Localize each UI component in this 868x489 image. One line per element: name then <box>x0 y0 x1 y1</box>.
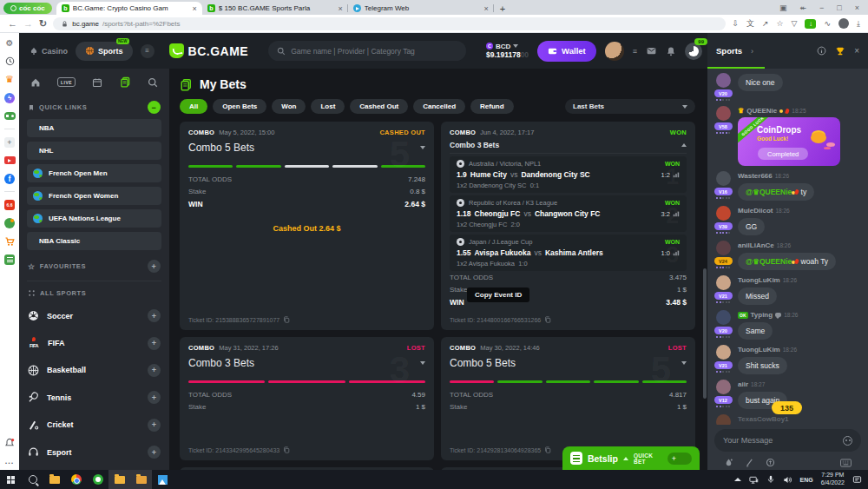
collapse-menu-button[interactable]: ≡ <box>141 44 155 58</box>
add-icon[interactable]: + <box>4 136 16 148</box>
history-arrow-icon[interactable]: ↞ <box>799 3 806 12</box>
shield-icon[interactable]: ▽ <box>792 19 798 28</box>
settings-icon[interactable]: ⚙ <box>4 37 16 49</box>
chat-username[interactable]: TuongLuKim <box>738 346 780 354</box>
chat-username[interactable]: Waster666 <box>738 172 773 180</box>
sidebar-item-nhl[interactable]: NHL <box>27 142 161 160</box>
unread-count-badge[interactable]: 135 <box>772 401 802 414</box>
taskbar-folder-a-button[interactable] <box>108 470 130 489</box>
facebook-icon[interactable]: f <box>4 173 16 184</box>
cart-icon[interactable] <box>4 235 16 247</box>
chat-username[interactable]: aiir <box>738 380 748 388</box>
close-tab-icon[interactable]: × <box>193 4 197 13</box>
filter-refund[interactable]: Refund <box>470 99 514 114</box>
avatar[interactable] <box>716 310 731 325</box>
close-tab-icon[interactable]: × <box>484 4 489 13</box>
sidebar-search-icon[interactable] <box>148 77 158 88</box>
taskbar-photos-button[interactable] <box>152 470 174 489</box>
bcgame-logo[interactable]: BC.GAME <box>169 43 249 58</box>
taskbar-search-button[interactable] <box>22 470 43 489</box>
chatroom-icon[interactable]: 99 <box>685 43 702 60</box>
chat-message-bubble[interactable]: @♛QUEENie ty <box>738 183 814 201</box>
coccoc-download-icon[interactable]: ↓ <box>805 19 816 29</box>
bet-card[interactable]: COMBOMay 5, 2022, 15:00CASHED OUT5Combo … <box>180 122 434 330</box>
new-tab-button[interactable]: + <box>500 3 505 14</box>
translate-icon[interactable]: 文 <box>746 18 754 30</box>
notification-center-icon[interactable] <box>852 475 862 485</box>
chat-username[interactable]: QUEENie <box>746 107 777 115</box>
sidebar-item-nba-classic[interactable]: NBA Classic <box>27 232 161 250</box>
copy-icon[interactable] <box>544 316 551 323</box>
expand-basketball-button[interactable]: + <box>148 364 161 377</box>
sidebar-item-fifa[interactable]: FIFA FIFA + <box>27 329 161 356</box>
home-icon[interactable] <box>30 77 41 88</box>
filter-cashed-out[interactable]: Cashed Out <box>350 99 408 114</box>
volume-icon[interactable] <box>783 475 792 485</box>
send-to-device-icon[interactable]: ⇩ <box>732 19 739 28</box>
chat-message-bubble[interactable]: Shit sucks <box>738 357 787 374</box>
close-window-button[interactable]: × <box>855 3 859 12</box>
tip-coin-icon[interactable] <box>766 458 775 467</box>
language-indicator[interactable]: ENG <box>800 477 813 483</box>
user-avatar[interactable] <box>605 42 624 61</box>
back-button[interactable]: ← <box>8 18 17 29</box>
network-icon[interactable] <box>749 475 759 485</box>
close-tab-icon[interactable]: × <box>339 4 343 13</box>
close-chat-icon[interactable]: × <box>854 46 859 56</box>
coccoc-brand-button[interactable]: cốc cốc <box>3 3 52 14</box>
bell-icon[interactable] <box>666 46 676 56</box>
collapse-bet-icon[interactable] <box>681 143 687 147</box>
sidebar-item-esport[interactable]: Esport + <box>27 439 161 466</box>
avatar[interactable] <box>716 206 731 221</box>
chat-message-input[interactable] <box>714 429 861 452</box>
copy-icon[interactable] <box>283 446 290 453</box>
copy-icon[interactable] <box>283 316 290 323</box>
sidebar-item-soccer[interactable]: Soccer + <box>27 302 161 329</box>
sidebar-item-cricket[interactable]: Cricket + <box>27 412 161 439</box>
taskbar-folder-b-button[interactable] <box>130 470 152 489</box>
mention[interactable]: @♛QUEENie <box>746 257 792 266</box>
share-icon[interactable]: ↗ <box>762 19 769 28</box>
browser-tab[interactable]: b $ 150 BC.GAME Sports Parla × <box>202 2 348 15</box>
trophy-icon[interactable] <box>835 46 845 56</box>
chat-message-bubble[interactable]: GG <box>738 218 765 235</box>
sidebar-item-basketball[interactable]: Basketball + <box>27 357 161 384</box>
cast-icon[interactable]: ▣ <box>779 3 787 12</box>
chat-username[interactable]: TuongLuKim <box>738 276 780 284</box>
chat-username[interactable]: MuleDiicot <box>738 207 773 215</box>
browser-tab[interactable]: b BC.Game: Crypto Casino Gam × <box>56 2 202 15</box>
taskbar-chrome-button[interactable] <box>65 470 87 489</box>
bookmark-star-icon[interactable]: ☆ <box>776 19 783 28</box>
sync-icon[interactable]: ∿ <box>824 19 831 28</box>
filter-all[interactable]: All <box>180 99 207 114</box>
sidebar-item-uefa-nations-league[interactable]: UEFA Nations League <box>27 209 161 228</box>
microphone-icon[interactable] <box>766 475 775 484</box>
game-search[interactable] <box>268 41 466 61</box>
search-input[interactable] <box>291 47 457 56</box>
sidebar-item-tennis[interactable]: Tennis + <box>27 384 161 411</box>
maximize-button[interactable]: □ <box>837 3 841 12</box>
more-icon[interactable]: ... <box>4 455 16 466</box>
expand-cricket-button[interactable]: + <box>148 419 161 432</box>
copy-icon[interactable] <box>544 446 551 453</box>
sidebar-item-french-open-women[interactable]: French Open Women <box>27 187 161 205</box>
my-bets-icon[interactable] <box>120 76 131 88</box>
keyboard-icon[interactable] <box>840 459 852 467</box>
chat-info-icon[interactable] <box>817 46 826 56</box>
shop-sale-icon[interactable]: 6.6 <box>4 199 16 210</box>
live-icon[interactable]: LIVE <box>57 77 75 87</box>
chat-username[interactable]: anilLiAnCe <box>738 241 774 249</box>
youtube-icon[interactable] <box>4 155 16 166</box>
mention[interactable]: @♛QUEENie <box>746 188 792 196</box>
chat-username[interactable]: Typing <box>751 311 773 319</box>
font-style-icon[interactable] <box>745 458 754 467</box>
nav-sports[interactable]: Sports NEW <box>76 42 133 61</box>
expand-tennis-button[interactable]: + <box>148 391 161 404</box>
address-bar[interactable]: bc.game/sports?bt-path=%2Fbets <box>53 17 726 30</box>
mail-icon[interactable] <box>646 45 657 56</box>
avatar[interactable] <box>716 241 731 255</box>
forward-button[interactable]: → <box>23 18 33 29</box>
expand-fifa-button[interactable]: + <box>148 337 161 350</box>
filter-open-bets[interactable]: Open Bets <box>213 99 266 114</box>
emoji-icon[interactable] <box>843 436 852 446</box>
